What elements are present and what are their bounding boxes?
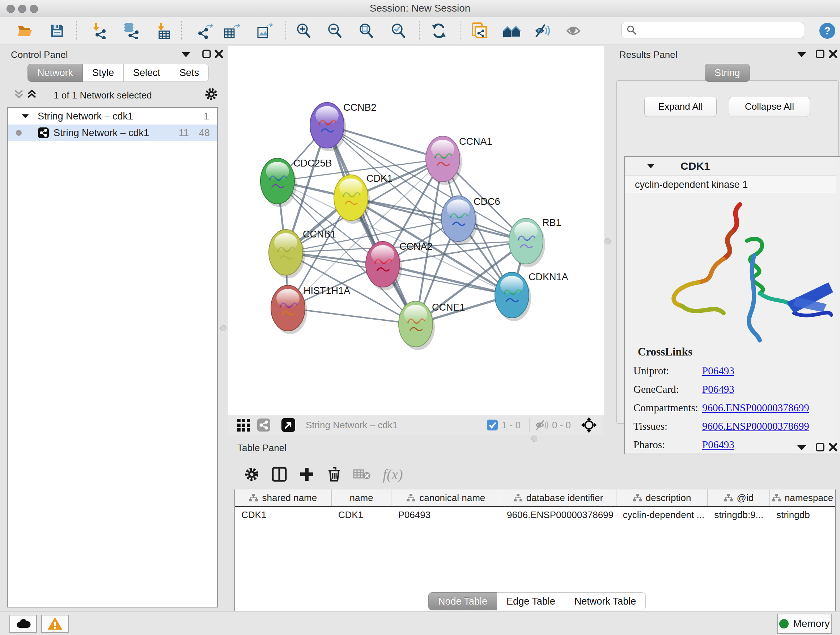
column-header-name[interactable]: name <box>332 489 392 506</box>
node-label-CCNA2: CCNA2 <box>399 241 433 252</box>
search-input[interactable] <box>637 24 794 36</box>
network-tree: String Network – cdk1 1 String Network –… <box>7 107 218 608</box>
table-cell[interactable]: cyclin-dependent ... <box>616 507 708 523</box>
minimize-window-icon[interactable] <box>18 5 27 13</box>
tab-string[interactable]: String <box>705 64 750 82</box>
splitter-handle[interactable] <box>220 325 226 331</box>
delete-icon[interactable] <box>326 466 342 482</box>
close-window-icon[interactable] <box>6 5 15 13</box>
protein-name: CDK1 <box>681 160 710 172</box>
hide-selection-icon[interactable] <box>534 22 551 39</box>
tab-sets[interactable]: Sets <box>170 64 209 82</box>
collapse-section-icon[interactable] <box>647 164 654 168</box>
node-CDK1[interactable] <box>334 175 370 224</box>
tab-edge-table[interactable]: Edge Table <box>497 592 565 610</box>
tree-expander-icon[interactable] <box>22 114 28 118</box>
table-cell[interactable]: stringdb:9... <box>707 507 770 523</box>
float-panel-icon[interactable] <box>202 49 211 59</box>
crosslink-value-link[interactable]: P06493 <box>702 365 734 377</box>
share-view-icon[interactable] <box>257 418 271 432</box>
collapse-all-button[interactable]: Collapse All <box>729 97 810 117</box>
help-icon[interactable]: ? <box>819 22 836 39</box>
crosslink-value-link[interactable]: P06493 <box>702 383 734 395</box>
tab-node-table[interactable]: Node Table <box>428 592 497 610</box>
table-cell[interactable]: stringdb <box>770 507 835 523</box>
memory-button[interactable]: Memory <box>777 614 832 634</box>
node-CCNA2[interactable] <box>366 241 402 290</box>
neighbors-icon[interactable] <box>502 22 521 39</box>
network-view[interactable]: CCNB2CCNA1CDC25BCDK1CDC6RB1CCNB1CCNA2CDK… <box>228 46 604 415</box>
column-header-canonical-name[interactable]: canonical name <box>392 489 500 506</box>
maximize-window-icon[interactable] <box>30 5 38 13</box>
panel-menu-icon[interactable] <box>797 52 806 57</box>
export-image-icon[interactable] <box>256 22 273 39</box>
splitter-handle[interactable] <box>605 238 611 244</box>
gear-icon[interactable] <box>244 466 260 482</box>
node-CDKN1A[interactable] <box>495 272 531 321</box>
zoom-fit-icon[interactable] <box>358 22 375 39</box>
hidden-eye-icon[interactable] <box>535 419 548 431</box>
export-network-icon[interactable] <box>197 22 213 39</box>
delete-table-icon[interactable] <box>353 467 372 481</box>
crosslink-value-link[interactable]: 9606.ENSP00000378699 <box>702 420 809 432</box>
refresh-icon[interactable] <box>431 22 447 39</box>
float-panel-icon[interactable] <box>815 49 825 59</box>
gear-icon[interactable] <box>204 87 218 101</box>
panel-menu-icon[interactable] <box>182 52 190 57</box>
zoom-out-icon[interactable] <box>327 22 343 39</box>
expand-all-button[interactable]: Expand All <box>644 97 717 117</box>
float-panel-icon[interactable] <box>815 442 825 452</box>
string-documents-icon[interactable] <box>470 22 489 39</box>
memory-status-icon <box>779 619 789 629</box>
column-header-database-identifier[interactable]: database identifier <box>500 489 616 506</box>
import-table-icon[interactable] <box>155 22 172 39</box>
network-collection-row[interactable]: String Network – cdk1 1 <box>8 108 217 125</box>
add-icon[interactable] <box>299 466 315 482</box>
column-header-namespace[interactable]: namespace <box>770 489 835 506</box>
results-scrollbar[interactable] <box>836 157 840 454</box>
columns-icon[interactable] <box>271 466 287 482</box>
node-RB1[interactable] <box>509 218 545 267</box>
import-network-database-icon[interactable] <box>122 22 139 39</box>
panel-menu-icon[interactable] <box>797 445 806 450</box>
tab-network[interactable]: Network <box>27 64 83 82</box>
open-in-window-icon[interactable] <box>281 418 295 432</box>
close-panel-icon[interactable] <box>829 442 838 452</box>
birdseye-icon[interactable] <box>580 416 598 434</box>
protein-card-header[interactable]: CDK1 <box>625 157 840 176</box>
table-cell[interactable]: CDK1 <box>235 507 332 523</box>
import-network-icon[interactable] <box>91 22 108 39</box>
table-cell[interactable]: 9606.ENSP00000378699 <box>500 507 616 523</box>
network-selected-summary: 1 of 1 Network selected <box>5 90 201 101</box>
save-icon[interactable] <box>49 22 65 39</box>
show-selection-icon[interactable] <box>565 22 582 39</box>
open-file-icon[interactable] <box>17 22 33 39</box>
column-header-@id[interactable]: @id <box>707 489 770 506</box>
zoom-selected-icon[interactable] <box>390 22 407 39</box>
cloud-button[interactable] <box>9 615 37 633</box>
column-header-description[interactable]: description <box>616 489 708 506</box>
node-CDC6[interactable] <box>441 196 477 245</box>
table-row[interactable]: CDK1CDK1P064939606.ENSP00000378699cyclin… <box>235 507 835 523</box>
node-CCNE1[interactable] <box>399 301 435 350</box>
zoom-in-icon[interactable] <box>295 22 312 39</box>
tab-network-table[interactable]: Network Table <box>565 592 646 610</box>
tab-style[interactable]: Style <box>83 64 124 82</box>
table-cell[interactable]: CDK1 <box>332 507 392 523</box>
node-CCNB2[interactable] <box>310 103 346 151</box>
table-cell[interactable]: P06493 <box>392 507 500 523</box>
selected-checkbox-icon[interactable] <box>486 419 498 431</box>
close-panel-icon[interactable] <box>829 49 838 59</box>
tab-select[interactable]: Select <box>124 64 170 82</box>
export-table-icon[interactable] <box>223 22 240 39</box>
close-panel-icon[interactable] <box>214 49 224 59</box>
node-CCNB1[interactable] <box>269 230 305 279</box>
column-header-shared-name[interactable]: shared name <box>235 489 332 506</box>
node-HIST1H1A[interactable] <box>271 285 307 334</box>
crosslink-value-link[interactable]: 9606.ENSP00000378699 <box>702 402 809 414</box>
search-field[interactable] <box>622 22 804 38</box>
grid-view-icon[interactable] <box>237 418 250 432</box>
network-row[interactable]: String Network – cdk1 11 48 <box>8 125 217 141</box>
function-icon[interactable]: f(x) <box>383 466 403 483</box>
warning-button[interactable] <box>41 615 69 633</box>
